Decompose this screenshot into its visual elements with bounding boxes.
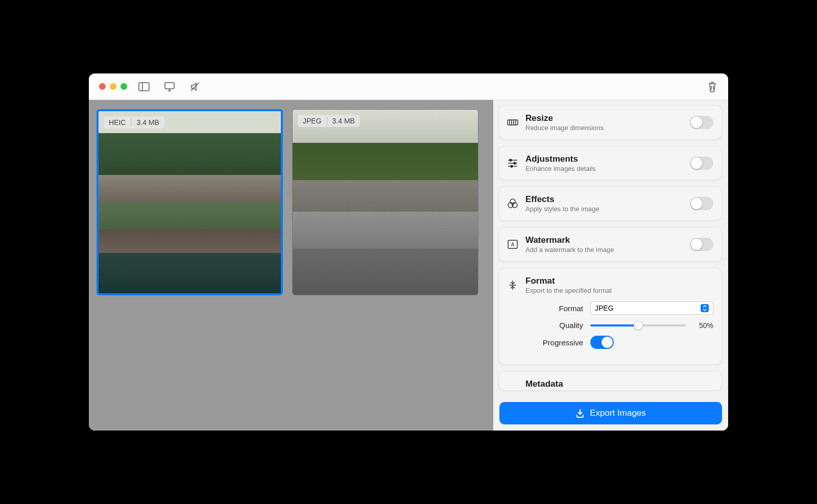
image-format: HEIC	[109, 118, 126, 127]
format-select[interactable]: JPEG	[590, 301, 713, 315]
settings-sidebar: Resize Reduce image dimensions Adjustmen…	[493, 100, 728, 431]
metadata-icon	[507, 379, 518, 390]
svg-rect-2	[165, 83, 174, 89]
resize-panel: Resize Reduce image dimensions	[498, 105, 722, 140]
image-thumbnail[interactable]: HEIC 3.4 MB	[97, 109, 283, 295]
adjustments-panel: Adjustments Enhance images details	[498, 146, 722, 181]
svg-point-18	[511, 165, 513, 167]
effects-panel: Effects Apply styles to the image	[498, 186, 722, 221]
format-value: JPEG	[595, 304, 614, 312]
panel-subtitle: Reduce image dimensions	[525, 124, 690, 132]
adjustments-toggle[interactable]	[690, 157, 713, 170]
export-button[interactable]: Export Images	[499, 402, 722, 424]
panel-title: Adjustments	[525, 154, 690, 165]
format-icon	[507, 280, 518, 291]
panel-subtitle: Export to the specified format	[525, 287, 713, 295]
quality-label: Quality	[524, 321, 583, 330]
quality-value: 50%	[693, 321, 713, 330]
settings-panels: Resize Reduce image dimensions Adjustmen…	[493, 100, 728, 397]
effects-toggle[interactable]	[690, 197, 713, 210]
app-window: HEIC 3.4 MB JPEG 3.4 MB	[89, 73, 728, 431]
display-icon[interactable]	[164, 82, 175, 92]
resize-icon	[507, 117, 518, 128]
toolbar	[138, 82, 201, 92]
svg-point-16	[510, 159, 512, 161]
panel-title: Watermark	[525, 235, 690, 246]
quality-slider[interactable]	[590, 324, 686, 326]
trash-icon[interactable]	[707, 82, 718, 92]
effects-icon	[507, 198, 518, 209]
mute-icon[interactable]	[189, 82, 201, 92]
resize-toggle[interactable]	[690, 116, 713, 129]
panel-title: Effects	[525, 194, 690, 205]
image-format: JPEG	[303, 117, 322, 125]
image-size: 3.4 MB	[332, 117, 355, 125]
panel-subtitle: Apply styles to the image	[525, 205, 690, 213]
minimize-window-button[interactable]	[110, 83, 116, 90]
maximize-window-button[interactable]	[121, 83, 127, 90]
svg-rect-8	[508, 120, 518, 125]
export-label: Export Images	[590, 408, 646, 418]
titlebar	[89, 73, 728, 100]
close-window-button[interactable]	[99, 83, 106, 90]
image-gallery: HEIC 3.4 MB JPEG 3.4 MB	[89, 100, 493, 431]
panel-subtitle: Add a watermark to the image	[525, 246, 690, 254]
image-badge: HEIC 3.4 MB	[104, 116, 164, 129]
svg-point-17	[514, 162, 516, 164]
export-icon	[575, 409, 585, 418]
image-preview	[293, 110, 478, 295]
chevron-updown-icon	[701, 304, 709, 312]
panel-subtitle: Enhance images details	[525, 165, 690, 173]
watermark-toggle[interactable]	[690, 238, 713, 251]
svg-text:A: A	[511, 242, 515, 247]
panel-title: Metadata	[525, 379, 713, 390]
content: HEIC 3.4 MB JPEG 3.4 MB	[89, 100, 728, 431]
sidebar-toggle-icon[interactable]	[138, 82, 150, 92]
export-bar: Export Images	[493, 397, 728, 431]
window-controls	[99, 83, 127, 90]
adjustments-icon	[507, 158, 518, 169]
progressive-label: Progressive	[524, 338, 583, 347]
panel-title: Format	[525, 275, 713, 287]
watermark-panel: A Watermark Add a watermark to the image	[498, 227, 722, 262]
svg-rect-0	[139, 83, 149, 91]
image-preview	[99, 111, 281, 293]
watermark-icon: A	[507, 239, 518, 250]
metadata-panel: Metadata	[498, 371, 722, 390]
image-size: 3.4 MB	[136, 118, 159, 127]
format-panel: Format Export to the specified format Fo…	[498, 268, 722, 365]
image-thumbnail[interactable]: JPEG 3.4 MB	[292, 109, 478, 295]
panel-title: Resize	[525, 113, 690, 124]
format-label: Format	[524, 304, 583, 313]
progressive-toggle[interactable]	[590, 336, 614, 349]
image-badge: JPEG 3.4 MB	[298, 115, 360, 127]
